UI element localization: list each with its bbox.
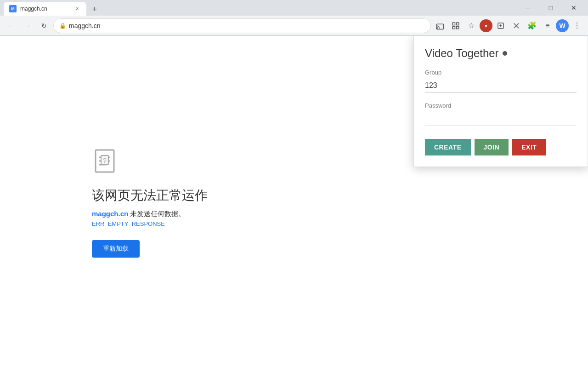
error-title: 该网页无法正常运作 <box>92 187 208 204</box>
error-domain-link: maggch.cn <box>92 210 128 218</box>
svg-point-1 <box>436 28 437 29</box>
address-bar: ← → ↻ 🔒 maggch.cn <box>0 16 588 36</box>
status-dot <box>503 51 507 56</box>
reading-list-icon[interactable]: ≡ <box>540 18 555 33</box>
lock-icon: 🔒 <box>59 23 66 29</box>
close-button[interactable]: ✕ <box>563 0 584 16</box>
grid-view-icon[interactable] <box>448 18 463 33</box>
ext-red-icon[interactable]: ● <box>480 19 492 32</box>
video-together-popup: Video Together Group Password CREATE JOI… <box>413 36 588 167</box>
forward-button[interactable]: → <box>20 18 35 33</box>
tab-close-button[interactable]: × <box>74 5 81 12</box>
exit-button[interactable]: EXIT <box>512 139 546 155</box>
user-avatar[interactable]: W <box>556 19 569 32</box>
address-input-wrap[interactable]: 🔒 maggch.cn <box>53 18 431 33</box>
toolbar-icons: ☆ ● 🧩 ≡ W ⋮ <box>433 18 584 33</box>
create-button[interactable]: CREATE <box>425 139 471 155</box>
svg-rect-3 <box>457 23 459 25</box>
reload-button[interactable]: 重新加载 <box>92 240 140 258</box>
new-tab-button[interactable]: + <box>88 3 101 16</box>
cast-icon[interactable] <box>433 18 447 33</box>
window-controls: ─ □ ✕ <box>517 0 584 16</box>
bookmark-star-icon[interactable]: ☆ <box>464 18 479 33</box>
svg-rect-5 <box>457 26 459 29</box>
more-menu-button[interactable]: ⋮ <box>570 18 584 33</box>
back-button[interactable]: ← <box>4 18 18 33</box>
error-code: ERR_EMPTY_RESPONSE <box>92 220 165 227</box>
password-label: Password <box>425 102 577 109</box>
extensions-icon[interactable]: 🧩 <box>525 18 539 33</box>
error-icon: ? <box>92 146 121 176</box>
svg-rect-2 <box>452 23 455 25</box>
address-text: maggch.cn <box>69 22 425 29</box>
group-input[interactable] <box>425 79 577 93</box>
popup-buttons: CREATE JOIN EXIT <box>425 139 577 155</box>
svg-text:?: ? <box>103 157 107 164</box>
maximize-button[interactable]: □ <box>540 0 561 16</box>
group-label: Group <box>425 69 577 76</box>
ext-slash-icon[interactable] <box>509 18 524 33</box>
tab-area: M maggch.cn × + <box>4 0 512 16</box>
popup-title: Video Together <box>425 47 577 60</box>
ext-blue-icon[interactable] <box>493 18 508 33</box>
title-bar: M maggch.cn × + ─ □ ✕ <box>0 0 588 16</box>
tab-favicon: M <box>9 5 17 12</box>
tab-title: maggch.cn <box>20 6 70 12</box>
svg-rect-4 <box>452 26 455 29</box>
password-input[interactable] <box>425 112 577 126</box>
browser-tab[interactable]: M maggch.cn × <box>4 2 86 16</box>
refresh-button[interactable]: ↻ <box>37 18 51 33</box>
browser-frame: M maggch.cn × + ─ □ ✕ ← → ↻ 🔒 maggch.cn <box>0 0 588 368</box>
join-button[interactable]: JOIN <box>475 139 509 155</box>
minimize-button[interactable]: ─ <box>517 0 538 16</box>
error-domain: maggch.cn 未发送任何数据。 <box>92 210 185 218</box>
page-content: ? 该网页无法正常运作 maggch.cn 未发送任何数据。 ERR_EMPTY… <box>0 36 588 368</box>
